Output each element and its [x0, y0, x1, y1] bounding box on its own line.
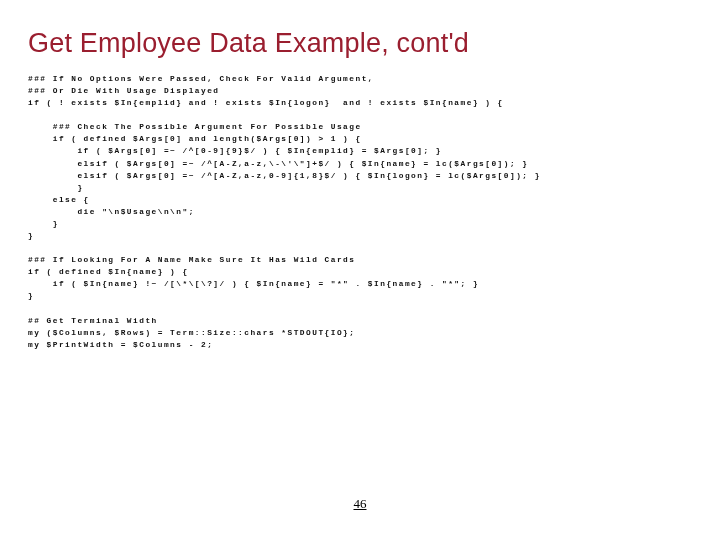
slide-title: Get Employee Data Example, cont'd — [28, 28, 692, 59]
page-number: 46 — [0, 496, 720, 512]
slide: Get Employee Data Example, cont'd ### If… — [0, 0, 720, 540]
code-block: ### If No Options Were Passed, Check For… — [28, 73, 692, 351]
